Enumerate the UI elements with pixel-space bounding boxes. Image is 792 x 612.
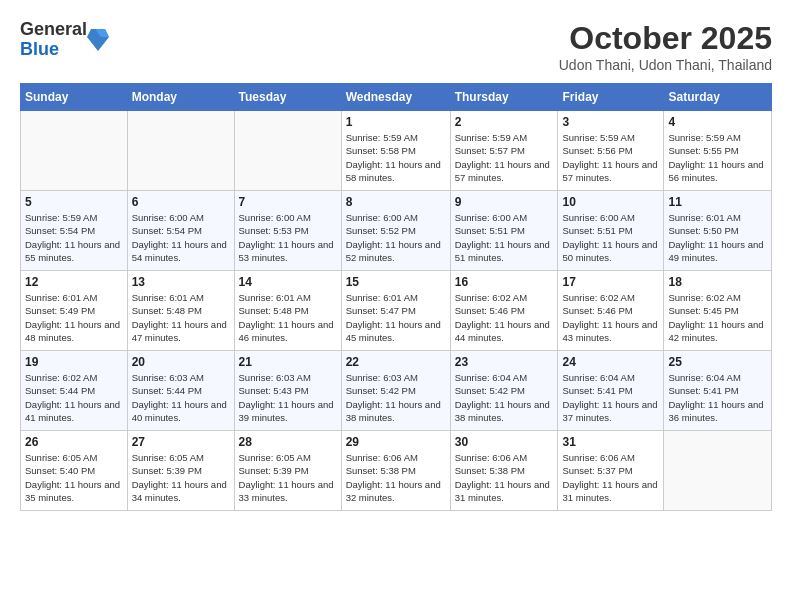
calendar-cell: 8Sunrise: 6:00 AMSunset: 5:52 PMDaylight… <box>341 191 450 271</box>
calendar-cell <box>21 111 128 191</box>
day-number: 25 <box>668 355 767 369</box>
calendar-cell: 24Sunrise: 6:04 AMSunset: 5:41 PMDayligh… <box>558 351 664 431</box>
calendar-cell <box>234 111 341 191</box>
day-number: 22 <box>346 355 446 369</box>
calendar-cell: 12Sunrise: 6:01 AMSunset: 5:49 PMDayligh… <box>21 271 128 351</box>
calendar-cell: 30Sunrise: 6:06 AMSunset: 5:38 PMDayligh… <box>450 431 558 511</box>
calendar-cell: 26Sunrise: 6:05 AMSunset: 5:40 PMDayligh… <box>21 431 128 511</box>
day-of-week-header: Tuesday <box>234 84 341 111</box>
day-number: 23 <box>455 355 554 369</box>
day-number: 7 <box>239 195 337 209</box>
day-info: Sunrise: 5:59 AMSunset: 5:56 PMDaylight:… <box>562 131 659 184</box>
calendar-week-row: 26Sunrise: 6:05 AMSunset: 5:40 PMDayligh… <box>21 431 772 511</box>
calendar-cell <box>664 431 772 511</box>
day-number: 15 <box>346 275 446 289</box>
day-info: Sunrise: 6:05 AMSunset: 5:39 PMDaylight:… <box>239 451 337 504</box>
day-of-week-header: Sunday <box>21 84 128 111</box>
day-number: 28 <box>239 435 337 449</box>
calendar-cell: 5Sunrise: 5:59 AMSunset: 5:54 PMDaylight… <box>21 191 128 271</box>
calendar-cell: 19Sunrise: 6:02 AMSunset: 5:44 PMDayligh… <box>21 351 128 431</box>
day-number: 17 <box>562 275 659 289</box>
day-info: Sunrise: 6:02 AMSunset: 5:46 PMDaylight:… <box>562 291 659 344</box>
calendar-cell: 21Sunrise: 6:03 AMSunset: 5:43 PMDayligh… <box>234 351 341 431</box>
day-number: 26 <box>25 435 123 449</box>
calendar-cell: 1Sunrise: 5:59 AMSunset: 5:58 PMDaylight… <box>341 111 450 191</box>
day-info: Sunrise: 6:03 AMSunset: 5:43 PMDaylight:… <box>239 371 337 424</box>
calendar-cell: 17Sunrise: 6:02 AMSunset: 5:46 PMDayligh… <box>558 271 664 351</box>
day-number: 10 <box>562 195 659 209</box>
day-number: 29 <box>346 435 446 449</box>
day-of-week-header: Friday <box>558 84 664 111</box>
day-info: Sunrise: 6:06 AMSunset: 5:38 PMDaylight:… <box>346 451 446 504</box>
day-number: 8 <box>346 195 446 209</box>
calendar-cell: 18Sunrise: 6:02 AMSunset: 5:45 PMDayligh… <box>664 271 772 351</box>
logo-blue: Blue <box>20 40 87 60</box>
day-number: 3 <box>562 115 659 129</box>
calendar-cell: 29Sunrise: 6:06 AMSunset: 5:38 PMDayligh… <box>341 431 450 511</box>
title-block: October 2025 Udon Thani, Udon Thani, Tha… <box>559 20 772 73</box>
day-info: Sunrise: 6:06 AMSunset: 5:38 PMDaylight:… <box>455 451 554 504</box>
day-info: Sunrise: 6:03 AMSunset: 5:44 PMDaylight:… <box>132 371 230 424</box>
calendar-cell: 15Sunrise: 6:01 AMSunset: 5:47 PMDayligh… <box>341 271 450 351</box>
logo-text: General Blue <box>20 20 87 60</box>
calendar-cell: 10Sunrise: 6:00 AMSunset: 5:51 PMDayligh… <box>558 191 664 271</box>
month-title: October 2025 <box>559 20 772 57</box>
day-number: 11 <box>668 195 767 209</box>
day-number: 16 <box>455 275 554 289</box>
page-header: General Blue October 2025 Udon Thani, Ud… <box>20 20 772 73</box>
calendar-cell: 14Sunrise: 6:01 AMSunset: 5:48 PMDayligh… <box>234 271 341 351</box>
day-number: 21 <box>239 355 337 369</box>
day-info: Sunrise: 6:00 AMSunset: 5:53 PMDaylight:… <box>239 211 337 264</box>
day-info: Sunrise: 6:06 AMSunset: 5:37 PMDaylight:… <box>562 451 659 504</box>
calendar-week-row: 12Sunrise: 6:01 AMSunset: 5:49 PMDayligh… <box>21 271 772 351</box>
calendar-header-row: SundayMondayTuesdayWednesdayThursdayFrid… <box>21 84 772 111</box>
calendar-cell: 28Sunrise: 6:05 AMSunset: 5:39 PMDayligh… <box>234 431 341 511</box>
calendar-cell: 4Sunrise: 5:59 AMSunset: 5:55 PMDaylight… <box>664 111 772 191</box>
day-number: 4 <box>668 115 767 129</box>
logo-icon <box>87 27 109 53</box>
calendar-week-row: 5Sunrise: 5:59 AMSunset: 5:54 PMDaylight… <box>21 191 772 271</box>
calendar-cell: 27Sunrise: 6:05 AMSunset: 5:39 PMDayligh… <box>127 431 234 511</box>
day-number: 18 <box>668 275 767 289</box>
day-info: Sunrise: 5:59 AMSunset: 5:55 PMDaylight:… <box>668 131 767 184</box>
day-number: 9 <box>455 195 554 209</box>
calendar-week-row: 19Sunrise: 6:02 AMSunset: 5:44 PMDayligh… <box>21 351 772 431</box>
day-info: Sunrise: 6:00 AMSunset: 5:51 PMDaylight:… <box>562 211 659 264</box>
calendar-cell: 31Sunrise: 6:06 AMSunset: 5:37 PMDayligh… <box>558 431 664 511</box>
day-info: Sunrise: 6:01 AMSunset: 5:50 PMDaylight:… <box>668 211 767 264</box>
calendar-cell: 9Sunrise: 6:00 AMSunset: 5:51 PMDaylight… <box>450 191 558 271</box>
day-info: Sunrise: 6:02 AMSunset: 5:44 PMDaylight:… <box>25 371 123 424</box>
day-number: 30 <box>455 435 554 449</box>
logo-general: General <box>20 20 87 40</box>
day-info: Sunrise: 6:03 AMSunset: 5:42 PMDaylight:… <box>346 371 446 424</box>
calendar-table: SundayMondayTuesdayWednesdayThursdayFrid… <box>20 83 772 511</box>
calendar-cell: 23Sunrise: 6:04 AMSunset: 5:42 PMDayligh… <box>450 351 558 431</box>
location: Udon Thani, Udon Thani, Thailand <box>559 57 772 73</box>
day-info: Sunrise: 6:05 AMSunset: 5:39 PMDaylight:… <box>132 451 230 504</box>
calendar-week-row: 1Sunrise: 5:59 AMSunset: 5:58 PMDaylight… <box>21 111 772 191</box>
day-number: 13 <box>132 275 230 289</box>
day-info: Sunrise: 6:04 AMSunset: 5:41 PMDaylight:… <box>668 371 767 424</box>
day-number: 1 <box>346 115 446 129</box>
day-number: 20 <box>132 355 230 369</box>
day-number: 12 <box>25 275 123 289</box>
day-number: 31 <box>562 435 659 449</box>
calendar-cell: 13Sunrise: 6:01 AMSunset: 5:48 PMDayligh… <box>127 271 234 351</box>
day-info: Sunrise: 6:00 AMSunset: 5:51 PMDaylight:… <box>455 211 554 264</box>
day-info: Sunrise: 6:01 AMSunset: 5:48 PMDaylight:… <box>132 291 230 344</box>
calendar-cell: 7Sunrise: 6:00 AMSunset: 5:53 PMDaylight… <box>234 191 341 271</box>
logo: General Blue <box>20 20 109 60</box>
day-of-week-header: Saturday <box>664 84 772 111</box>
day-info: Sunrise: 6:00 AMSunset: 5:54 PMDaylight:… <box>132 211 230 264</box>
calendar-cell: 22Sunrise: 6:03 AMSunset: 5:42 PMDayligh… <box>341 351 450 431</box>
day-info: Sunrise: 6:04 AMSunset: 5:42 PMDaylight:… <box>455 371 554 424</box>
day-info: Sunrise: 6:00 AMSunset: 5:52 PMDaylight:… <box>346 211 446 264</box>
calendar-cell: 3Sunrise: 5:59 AMSunset: 5:56 PMDaylight… <box>558 111 664 191</box>
day-info: Sunrise: 6:02 AMSunset: 5:45 PMDaylight:… <box>668 291 767 344</box>
day-info: Sunrise: 5:59 AMSunset: 5:54 PMDaylight:… <box>25 211 123 264</box>
day-number: 27 <box>132 435 230 449</box>
day-info: Sunrise: 6:02 AMSunset: 5:46 PMDaylight:… <box>455 291 554 344</box>
day-number: 19 <box>25 355 123 369</box>
day-number: 2 <box>455 115 554 129</box>
calendar-cell: 16Sunrise: 6:02 AMSunset: 5:46 PMDayligh… <box>450 271 558 351</box>
